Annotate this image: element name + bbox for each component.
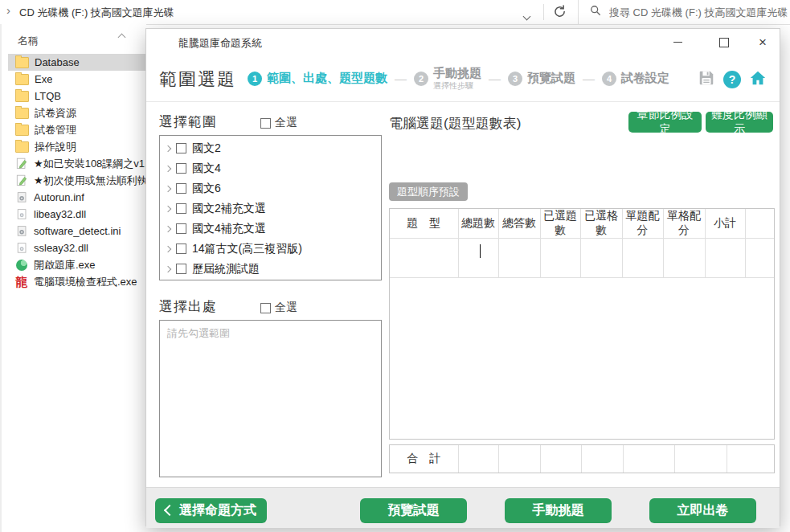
file-name: Autorun.inf bbox=[34, 191, 84, 203]
tree-checkbox[interactable] bbox=[176, 223, 186, 234]
step-indicator: 1 範圍、出處、題型題數 — 2 手動挑題 選擇性步驟 — 3 預覽試題 — bbox=[248, 55, 669, 101]
preview-questions-button[interactable]: 預覽試題 bbox=[360, 498, 467, 523]
tree-checkbox[interactable] bbox=[176, 163, 186, 174]
list-item[interactable]: ★如已安裝108課綱之v1.0 bbox=[8, 155, 146, 172]
total-cell bbox=[540, 445, 581, 473]
cell-total-answers[interactable] bbox=[498, 239, 540, 278]
source-section-title: 選擇出處 bbox=[159, 297, 217, 316]
dragon-icon: 龍 bbox=[15, 276, 28, 288]
cell-type[interactable] bbox=[390, 239, 458, 278]
footer-bar: 選擇命題方式 預覽試題 手動挑題 立即出卷 bbox=[146, 487, 780, 528]
title-bar[interactable]: 龍騰題庫命題系統 × bbox=[146, 29, 780, 55]
list-item[interactable]: 龍 電腦環境檢查程式.exe bbox=[8, 273, 146, 290]
difficulty-ratio-button[interactable]: 難度比例顯示 bbox=[706, 112, 773, 133]
range-select-all-checkbox[interactable] bbox=[260, 118, 271, 129]
tree-item[interactable]: 國文4補充文選 bbox=[160, 219, 381, 239]
save-icon[interactable] bbox=[698, 69, 715, 90]
tree-item[interactable]: 國文2補充文選 bbox=[160, 198, 381, 219]
col-header-total-questions: 總題數 bbox=[458, 209, 498, 239]
back-button-label: 選擇命題方式 bbox=[179, 502, 256, 519]
col-header-subtotal: 小計 bbox=[705, 209, 745, 239]
app-header: 範圍選題 1 範圍、出處、題型題數 — 2 手動挑題 選擇性步驟 — 3 bbox=[146, 55, 780, 102]
list-item[interactable]: libeay32.dll bbox=[8, 206, 146, 223]
list-item[interactable]: 操作說明 bbox=[8, 138, 146, 155]
list-item[interactable]: Database bbox=[8, 54, 146, 71]
search-input[interactable] bbox=[608, 6, 790, 19]
col-header-selected-blanks: 已選格數 bbox=[580, 209, 622, 239]
folder-icon bbox=[15, 141, 29, 153]
tree-checkbox[interactable] bbox=[176, 243, 186, 254]
step-3-preview[interactable]: 3 預覽試題 bbox=[508, 71, 575, 86]
step-2-manual-pick[interactable]: 2 手動挑題 選擇性步驟 bbox=[414, 66, 481, 91]
tree-checkbox[interactable] bbox=[176, 264, 186, 274]
generate-paper-button[interactable]: 立即出卷 bbox=[649, 498, 756, 523]
source-select-all: 全選 bbox=[260, 301, 297, 315]
name-column-header[interactable]: 名稱 bbox=[18, 34, 39, 48]
expand-icon[interactable] bbox=[165, 165, 171, 171]
dll-file-icon bbox=[15, 208, 28, 220]
minimize-button[interactable] bbox=[664, 29, 691, 55]
file-name: ssleay32.dll bbox=[34, 242, 88, 254]
list-item[interactable]: 試卷管理 bbox=[8, 121, 146, 138]
list-item[interactable]: 開啟題庫.exe bbox=[8, 256, 146, 273]
tree-item[interactable]: 國文4 bbox=[160, 158, 381, 178]
cell-total-questions[interactable] bbox=[458, 239, 498, 278]
config-file-icon bbox=[15, 191, 28, 203]
step-1-range[interactable]: 1 範圍、出處、題型題數 bbox=[248, 71, 387, 86]
cell-selected-questions[interactable] bbox=[540, 239, 580, 278]
expand-icon[interactable] bbox=[165, 265, 171, 272]
file-name: software_detect.ini bbox=[34, 225, 121, 237]
list-item[interactable]: Exe bbox=[8, 71, 146, 88]
refresh-icon[interactable] bbox=[553, 5, 567, 19]
total-cell bbox=[674, 445, 727, 473]
step-separator: — bbox=[583, 72, 595, 85]
maximize-button[interactable] bbox=[710, 29, 738, 55]
tree-item[interactable]: 國文2 bbox=[160, 138, 381, 158]
tree-item[interactable]: 歷屆統測試題 bbox=[160, 259, 381, 279]
source-select-all-checkbox[interactable] bbox=[260, 303, 271, 313]
tree-item[interactable]: 14篇古文(高三複習版) bbox=[160, 239, 381, 259]
manual-pick-button[interactable]: 手動挑題 bbox=[505, 498, 612, 523]
expand-icon[interactable] bbox=[165, 185, 171, 191]
tree-checkbox[interactable] bbox=[176, 203, 186, 214]
file-name: 開啟題庫.exe bbox=[34, 258, 96, 272]
home-icon[interactable] bbox=[749, 69, 767, 90]
expand-icon[interactable] bbox=[165, 145, 171, 151]
list-item[interactable]: ★初次使用或無法順利執行 bbox=[8, 172, 146, 189]
col-header-points-per-question: 單題配分 bbox=[622, 209, 663, 239]
file-name: ★初次使用或無法順利執行 bbox=[34, 174, 146, 188]
cell-subtotal[interactable] bbox=[705, 239, 745, 278]
total-cell bbox=[581, 445, 623, 473]
table-row bbox=[390, 239, 774, 278]
breadcrumb-arrow-icon[interactable]: › bbox=[6, 3, 10, 17]
col-header-points-per-blank: 單格配分 bbox=[663, 209, 705, 239]
list-item[interactable]: 試卷資源 bbox=[8, 104, 146, 121]
back-to-method-button[interactable]: 選擇命題方式 bbox=[155, 498, 267, 523]
cell-extra[interactable] bbox=[745, 239, 774, 278]
document-icon bbox=[15, 174, 28, 186]
tree-label: 14篇古文(高三複習版) bbox=[192, 242, 302, 256]
list-item[interactable]: Autorun.inf bbox=[8, 189, 146, 206]
cell-points-per-question[interactable] bbox=[622, 239, 663, 278]
expand-icon[interactable] bbox=[165, 245, 171, 252]
list-item[interactable]: software_detect.ini bbox=[8, 223, 146, 239]
tree-checkbox[interactable] bbox=[176, 183, 186, 194]
cell-points-per-blank[interactable] bbox=[663, 239, 705, 278]
breadcrumb[interactable]: CD 光碟機 (F:) 技高國文題庫光碟 bbox=[19, 6, 174, 20]
list-item[interactable]: ssleay32.dll bbox=[8, 239, 146, 256]
tree-checkbox[interactable] bbox=[176, 143, 186, 153]
address-dropdown-icon[interactable] bbox=[524, 8, 530, 23]
tree-item[interactable]: 國文6 bbox=[160, 178, 381, 198]
chevron-left-icon bbox=[164, 505, 175, 516]
close-icon[interactable]: × bbox=[749, 29, 776, 55]
list-item[interactable]: LTQB bbox=[8, 88, 146, 104]
expand-icon[interactable] bbox=[165, 205, 171, 211]
cell-selected-blanks[interactable] bbox=[580, 239, 622, 278]
type-order-button[interactable]: 題型順序預設 bbox=[389, 182, 468, 201]
help-icon[interactable]: ? bbox=[723, 71, 741, 88]
step-4-paper-settings[interactable]: 4 試卷設定 bbox=[602, 71, 669, 86]
file-name: 試卷資源 bbox=[35, 106, 76, 121]
chapter-ratio-button[interactable]: 章節比例設定 bbox=[628, 112, 702, 133]
expand-icon[interactable] bbox=[165, 225, 171, 231]
search-box[interactable] bbox=[578, 0, 790, 24]
